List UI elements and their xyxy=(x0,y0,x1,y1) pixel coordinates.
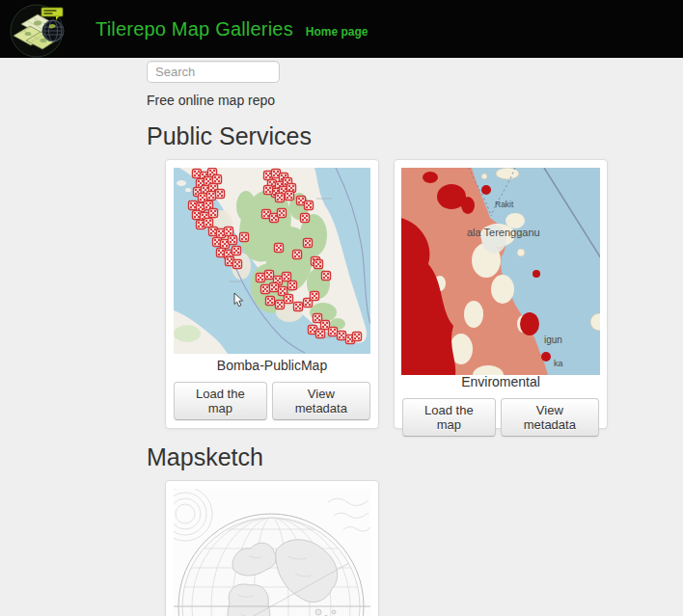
gallery-title-mapsketch: Mapsketch xyxy=(147,443,683,471)
app-title[interactable]: Tilerepo Map Galleries xyxy=(96,18,293,40)
map-title: Bomba-PublicMap xyxy=(217,359,327,382)
map-title: Enviromental xyxy=(461,375,540,398)
map-label-terengganu: ala Terengganu xyxy=(467,227,540,238)
map-thumbnail-bomba[interactable] xyxy=(174,168,370,354)
thumbnail-row: Bomba-PublicMap Load the map View metada… xyxy=(165,159,683,429)
map-label-ka: ka xyxy=(554,359,563,368)
gallery-title-public-services: Public Services xyxy=(147,122,683,150)
thumbnail-row xyxy=(165,480,683,616)
map-thumbnail-enviromental[interactable]: ala Terengganu Rakit igun ka xyxy=(401,168,600,375)
card-buttons: Load the map View metadata xyxy=(402,398,599,437)
intro-text: Free online map repo xyxy=(147,93,683,108)
app-header: Tilerepo Map Galleries Home page xyxy=(0,0,683,58)
map-card-bomba: Bomba-PublicMap Load the map View metada… xyxy=(165,159,379,429)
gallery-mapsketch: Mapsketch xyxy=(147,443,683,616)
map-label-rakit: Rakit xyxy=(495,200,514,209)
gallery-public-services: Public Services xyxy=(147,122,683,429)
antique-world-map-thumbnail xyxy=(174,489,370,616)
load-map-button[interactable]: Load the map xyxy=(402,398,496,437)
map-tiles-globe-icon xyxy=(9,2,65,58)
map-label-igun: igun xyxy=(544,335,562,345)
view-metadata-button[interactable]: View metadata xyxy=(272,382,370,420)
osm-malaysia-thumbnail xyxy=(174,168,370,354)
environmental-map-thumbnail: ala Terengganu Rakit igun ka xyxy=(401,168,600,375)
search-input[interactable] xyxy=(147,61,280,83)
main-content: Free online map repo Public Services xyxy=(0,58,683,616)
map-card-sketch xyxy=(165,480,379,616)
map-card-enviromental: ala Terengganu Rakit igun ka Enviromenta… xyxy=(394,159,608,429)
view-metadata-button[interactable]: View metadata xyxy=(501,398,599,437)
home-page-link[interactable]: Home page xyxy=(306,25,369,39)
card-buttons: Load the map View metadata xyxy=(174,382,370,420)
map-thumbnail-sketch[interactable] xyxy=(174,489,370,616)
page: Tilerepo Map Galleries Home page Free on… xyxy=(0,0,683,616)
load-map-button[interactable]: Load the map xyxy=(174,382,267,420)
app-logo-icon[interactable] xyxy=(9,2,65,58)
